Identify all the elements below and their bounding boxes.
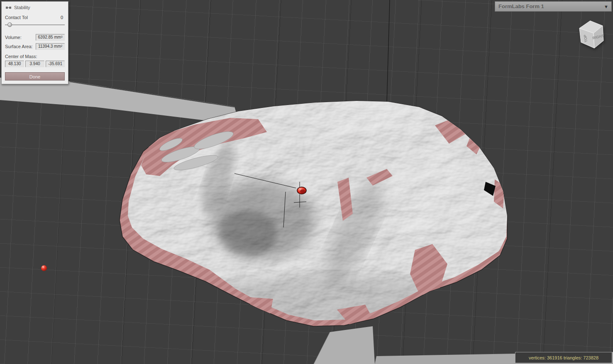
contact-tol-value: 0 bbox=[61, 15, 63, 20]
view-cube[interactable]: TOP RIGHT bbox=[576, 17, 608, 52]
com-x-field[interactable]: 48.130 bbox=[5, 61, 24, 67]
printer-name: FormLabs Form 1 bbox=[495, 3, 604, 10]
volume-row: Volume: 6392.85 mm³ bbox=[5, 34, 65, 41]
dropdown-caret-icon[interactable]: ▼ bbox=[604, 4, 611, 9]
com-z-field[interactable]: -35.691 bbox=[46, 61, 65, 67]
surface-area-row: Surface Area: 11394.3 mm² bbox=[5, 43, 65, 50]
contact-tol-label: Contact Tol bbox=[5, 15, 28, 20]
terrain-mesh[interactable] bbox=[120, 101, 507, 327]
volume-label: Volume: bbox=[5, 35, 22, 40]
mesh-stats-bar: vertices: 361916 triangles: 723828 bbox=[515, 352, 612, 363]
done-button[interactable]: Done bbox=[5, 72, 65, 81]
stability-panel: Stability Contact Tol 0 Volume: 6392.85 … bbox=[1, 1, 68, 84]
surface-area-field[interactable]: 11394.3 mm² bbox=[36, 43, 65, 50]
3d-viewport[interactable] bbox=[0, 0, 613, 364]
mesh-stats-text: vertices: 361916 triangles: 723828 bbox=[529, 355, 598, 360]
center-of-mass-fields: 48.130 3.940 -35.691 bbox=[5, 61, 65, 67]
com-floor-ball bbox=[41, 265, 47, 271]
slider-track[interactable] bbox=[5, 24, 65, 26]
stability-icon bbox=[6, 6, 12, 10]
panel-title: Stability bbox=[14, 5, 30, 10]
scene-canvas bbox=[0, 0, 613, 364]
panel-header: Stability bbox=[6, 5, 65, 10]
contact-tol-row: Contact Tol 0 bbox=[5, 15, 65, 20]
center-of-mass-label: Center of Mass: bbox=[5, 54, 65, 59]
printer-selector[interactable]: FormLabs Form 1 ▼ bbox=[495, 1, 612, 12]
com-y-field[interactable]: 3.940 bbox=[25, 61, 44, 67]
surface-area-label: Surface Area: bbox=[5, 44, 33, 49]
slider-handle[interactable] bbox=[7, 22, 12, 27]
volume-field[interactable]: 6392.85 mm³ bbox=[36, 34, 65, 41]
contact-tol-slider[interactable] bbox=[5, 22, 65, 27]
